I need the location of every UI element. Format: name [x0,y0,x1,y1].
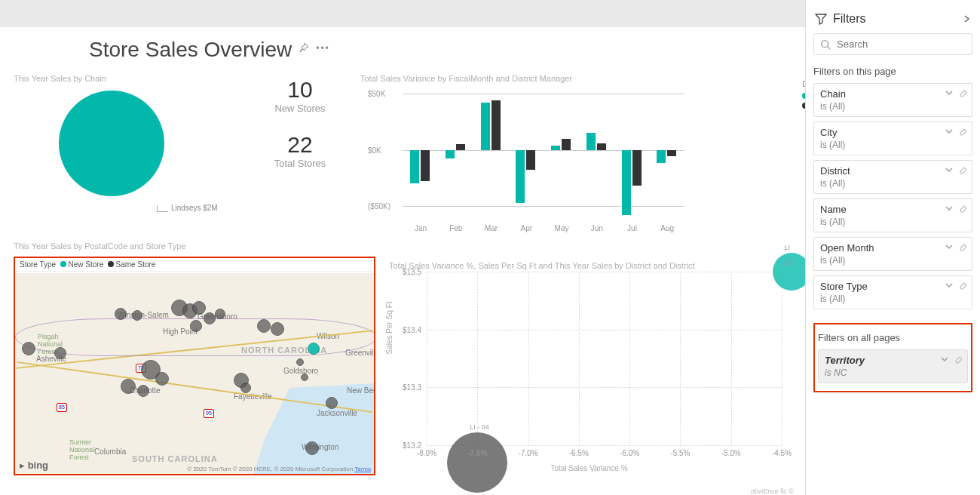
chevron-down-icon[interactable] [945,204,954,213]
scatter-point [447,432,507,493]
filter-card[interactable]: Chainis (All) [813,83,972,117]
filter-search-input[interactable] [837,38,966,50]
filter-card[interactable]: Open Monthis (All) [813,237,972,271]
filters-section-page: Filters on this page [813,66,972,77]
filter-card[interactable]: Districtis (All) [813,160,972,194]
map-bubble [204,312,216,324]
map-terms-link[interactable]: Terms [354,466,371,472]
filters-pane: Filters Filters on this page Chainis (Al… [805,0,980,495]
pin-icon[interactable] [298,42,310,54]
bar-segment [526,150,535,171]
bar-segment [421,150,430,182]
filter-card[interactable]: Cityis (All) [813,121,972,155]
chevron-down-icon[interactable] [940,355,949,364]
bar-segment [492,100,501,150]
bar-segment [562,139,571,150]
search-icon [820,39,831,50]
more-options-icon[interactable]: ••• [316,43,330,54]
filter-card-value: is (All) [820,255,966,266]
bar-segment [516,150,525,203]
filter-card[interactable]: Nameis (All) [813,198,972,232]
bar-segment [551,146,560,150]
bar-segment [657,150,666,164]
map-bubble [121,379,136,394]
bar-segment [632,150,642,186]
bing-logo: ▸ bing [20,460,48,471]
bar-segment [446,150,455,159]
filter-card-value: is (All) [820,101,966,112]
filter-card-value: is (All) [820,217,966,227]
kpi-new-stores-label: New Stores [240,103,360,114]
map-bubble [54,347,66,359]
highway-shield: 85 [57,403,67,412]
chevron-down-icon[interactable] [945,281,954,290]
scatter-title: Total Sales Variance %, Sales Per Sq Ft … [389,261,789,270]
scatter-y-axis-title: Sales Per Sq Ft [385,301,394,354]
map-bubble [257,319,271,333]
map-bubble [155,372,169,386]
kpi-total-stores-label: Total Stores [240,158,360,169]
donut-legend: Lindseys $2M [157,204,240,212]
filters-section-all: Filters on all pages [818,332,968,343]
chevron-down-icon[interactable] [945,127,954,136]
map-bubble [296,358,304,366]
bar-segment [597,143,606,150]
chevron-down-icon[interactable] [945,165,954,174]
bar-segment [481,103,490,150]
eraser-icon[interactable] [958,204,967,213]
kpi-new-stores-value: 10 [240,77,360,103]
svg-line-1 [828,46,831,49]
bar-chart-title: Total Sales Variance by FiscalMonth and … [360,74,789,83]
page-title: Store Sales Overview [14,27,292,69]
donut-chart[interactable]: This Year Sales by Chain Lindseys $2M [14,69,240,237]
donut-title: This Year Sales by Chain [14,74,240,83]
forest-label: SumterNationalForest [69,439,94,462]
filter-card[interactable]: Territoryis NC [818,349,968,383]
eraser-icon[interactable] [958,88,967,97]
kpi-total-stores-value: 22 [240,132,360,158]
state-label: SOUTH CAROLINA [132,454,218,463]
donut-slice [59,91,164,196]
bar-segment [622,150,631,215]
map-bubble [326,397,338,409]
chevron-down-icon[interactable] [945,88,954,97]
legend-dot-same [108,261,114,267]
map-bubble [215,309,225,319]
map-legend-title: Store Type [20,260,56,269]
eraser-icon[interactable] [954,355,963,364]
map-bubble [240,383,251,393]
map-bubble [132,310,142,321]
eraser-icon[interactable] [958,242,967,251]
scatter-x-axis-title: Total Sales Variance % [550,464,627,472]
map-bubble [115,308,127,320]
collapse-pane-icon[interactable] [962,14,971,23]
bar-segment [667,150,676,157]
svg-point-0 [822,40,828,47]
highway-shield: 95 [204,409,214,418]
scatter-chart[interactable]: Total Sales Variance %, Sales Per Sq Ft … [389,257,789,475]
map-bubble-new [308,343,320,355]
filter-card-value: is NC [825,367,961,378]
map-bubble [192,301,206,315]
filter-search[interactable] [813,33,972,55]
filters-pane-title: Filters [833,12,956,26]
filter-icon [815,13,827,25]
bar-segment [410,150,419,184]
map-bubble [301,374,308,381]
filter-card[interactable]: Store Typeis (All) [813,275,972,309]
eraser-icon[interactable] [958,281,967,290]
eraser-icon[interactable] [958,127,967,136]
bar-segment [586,133,596,149]
chevron-down-icon[interactable] [945,242,954,251]
eraser-icon[interactable] [958,165,967,174]
filters-all-pages-highlight: Filters on all pages Territoryis NC [813,323,972,392]
bar-chart[interactable]: Total Sales Variance by FiscalMonth and … [360,69,789,237]
map-bubble [22,342,35,355]
map-title: This Year Sales by PostalCode and Store … [14,241,789,251]
map-bubble [305,441,319,455]
map-visual[interactable]: Store Type New Store Same Store NORTH CA… [14,257,375,475]
map-bubble [190,320,202,332]
filter-card-value: is (All) [820,178,966,189]
attribution: obviEnce llc © [751,487,794,495]
bar-segment [456,144,465,149]
